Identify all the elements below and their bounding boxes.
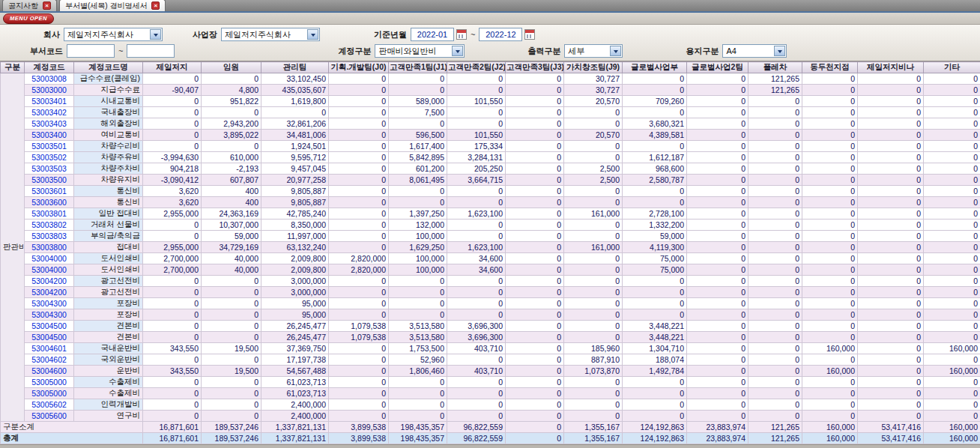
column-header: 플레차 — [748, 62, 802, 73]
amount-cell: 0 — [329, 186, 389, 197]
amount-cell: 9,595,712 — [261, 152, 329, 163]
account-type-select[interactable]: 판매비와일반비 — [375, 44, 465, 58]
filter-panel: 회사 제일저지주식회사 사업장 제일저지주식회사 기준년월 2022-01 ~ … — [0, 25, 980, 61]
table-row[interactable]: 53003800접대비2,955,00034,729,16963,132,240… — [1, 242, 980, 253]
table-row[interactable]: 53004200광고선전비003,000,00000000000000 — [1, 287, 980, 298]
amount-cell: 95,000 — [261, 309, 329, 321]
bottom-scrollbar[interactable] — [0, 444, 980, 448]
table-row[interactable]: 53004300포장비0095,00000000000000 — [1, 298, 980, 309]
dept-code-to-input[interactable] — [127, 44, 175, 58]
table-row[interactable]: 53004500견본비0026,245,4771,079,5383,513,58… — [1, 321, 980, 332]
calendar-icon[interactable] — [524, 29, 535, 40]
close-icon[interactable]: × — [151, 1, 160, 10]
account-name-cell: 거래처 선물비 — [74, 220, 143, 231]
amount-cell: 0 — [858, 343, 924, 354]
amount-cell: 0 — [858, 276, 924, 287]
amount-cell: 3,696,300 — [447, 321, 506, 332]
amount-cell: 1,612,187 — [623, 152, 687, 163]
amount-cell: 3,696,300 — [447, 332, 506, 343]
table-row[interactable]: 53003401시내교통비0951,8221,619,8000589,00010… — [1, 96, 980, 107]
amount-cell: 0 — [506, 411, 564, 422]
table-row[interactable]: 53005000수출제비0061,023,71300000000000 — [1, 377, 980, 388]
amount-cell: 205,250 — [447, 163, 506, 175]
calendar-icon[interactable] — [456, 29, 467, 40]
account-code-cell: 53003400 — [25, 130, 74, 141]
amount-cell: 0 — [389, 388, 447, 399]
table-row[interactable]: 53004200광고선전비003,000,00000000000000 — [1, 276, 980, 287]
table-row[interactable]: 53003400여비교통비03,895,02234,481,0060596,50… — [1, 130, 980, 141]
amount-cell: 0 — [687, 332, 748, 343]
amount-cell: 0 — [506, 377, 564, 388]
amount-cell: 61,023,713 — [261, 377, 329, 388]
table-row[interactable]: 53003801일반 접대비2,955,00024,363,16942,785,… — [1, 208, 980, 220]
amount-cell: 0 — [447, 399, 506, 411]
amount-cell: 121,265 — [748, 73, 802, 85]
output-type-select[interactable]: 세부 — [564, 44, 623, 58]
tab-notice[interactable]: 공지사항 × — [2, 0, 57, 11]
amount-cell: 9,805,887 — [261, 186, 329, 197]
table-row[interactable]: 53003803부의금/축의금059,00011,997,0000100,000… — [1, 231, 980, 242]
table-row[interactable]: 53004000도서인쇄비2,700,00040,0002,009,8002,8… — [1, 253, 980, 264]
amount-cell: 0 — [687, 343, 748, 354]
amount-cell: 0 — [329, 242, 389, 253]
site-select[interactable]: 제일저지주식회사 — [221, 28, 320, 41]
account-name-cell: 국외운반비 — [74, 354, 143, 366]
account-code-cell: 53003802 — [25, 220, 74, 231]
table-row[interactable]: 53003000지급수수료-90,4074,800435,035,6070000… — [1, 85, 980, 96]
tab-notice-label: 공지사항 — [8, 1, 38, 11]
table-row[interactable]: 53004600운반비343,55019,50054,567,48801,806… — [1, 366, 980, 377]
table-row[interactable]: 53003501차량수리비001,924,50101,617,400175,33… — [1, 141, 980, 152]
total-row[interactable]: 총계16,871,601189,537,2461,337,821,1313,89… — [1, 433, 980, 444]
amount-cell: 33,102,450 — [261, 73, 329, 85]
table-row[interactable]: 53004601국내운반비343,55019,50037,369,75001,7… — [1, 343, 980, 354]
table-row[interactable]: 53004500견본비0026,245,4771,079,5383,513,58… — [1, 332, 980, 343]
table-row[interactable]: 53003403해외출장비02,943,20032,861,206000003,… — [1, 118, 980, 130]
tab-expense-report[interactable]: 부서별(세목) 경비명세서 × — [59, 0, 166, 11]
account-code-cell: 53003501 — [25, 141, 74, 152]
amount-cell: 4,119,300 — [623, 242, 687, 253]
total-row-label: 총계 — [1, 433, 143, 444]
table-row[interactable]: 53004300포장비0095,00000000000000 — [1, 309, 980, 321]
account-code-cell: 53004601 — [25, 343, 74, 354]
table-row[interactable]: 53003502차량주유비-3,994,630610,0009,595,7120… — [1, 152, 980, 163]
close-icon[interactable]: × — [43, 1, 51, 10]
account-code-cell: 53003500 — [25, 175, 74, 186]
amount-cell: 0 — [687, 220, 748, 231]
amount-cell: 0 — [748, 287, 802, 298]
period-label: 기준년월 — [374, 29, 407, 40]
table-row[interactable]: 53003601통신비3,6204009,805,88700000000000 — [1, 186, 980, 197]
table-row[interactable]: 53003402국내출장비00007,500000000000 — [1, 107, 980, 118]
subtotal-row[interactable]: 구분소계16,871,601189,537,2461,337,821,1313,… — [1, 422, 980, 433]
table-row[interactable]: 53003500차량유지비-3,090,412607,80720,977,258… — [1, 175, 980, 186]
dept-code-from-input[interactable] — [67, 44, 115, 58]
company-select[interactable]: 제일저지주식회사 — [64, 28, 163, 41]
amount-cell: 0 — [858, 388, 924, 399]
period-from-input[interactable]: 2022-01 — [411, 28, 454, 41]
table-row[interactable]: 53004602국외운반비0017,197,738052,96000887,91… — [1, 354, 980, 366]
amount-cell: 0 — [858, 287, 924, 298]
amount-cell: 0 — [623, 107, 687, 118]
column-header: 고객만족2팀(J2) — [447, 62, 506, 73]
table-row[interactable]: 53003503차량주차비904,218-2,1939,457,0450601,… — [1, 163, 980, 175]
amount-cell: 0 — [564, 298, 623, 309]
paper-type-select[interactable]: A4 — [722, 44, 787, 58]
amount-cell: 16,871,601 — [143, 422, 202, 433]
amount-cell: 0 — [687, 118, 748, 130]
menu-open-button[interactable]: MENU OPEN — [3, 13, 54, 24]
amount-cell: 175,334 — [447, 141, 506, 152]
amount-cell: 0 — [329, 309, 389, 321]
amount-cell: 100,000 — [389, 231, 447, 242]
table-row[interactable]: 53004000도서인쇄비2,700,00040,0002,009,8002,8… — [1, 264, 980, 276]
period-to-input[interactable]: 2022-12 — [479, 28, 522, 41]
amount-cell: 0 — [687, 107, 748, 118]
amount-cell: 3,680,321 — [623, 118, 687, 130]
table-row[interactable]: 53005602인력개발비002,400,00000000000000 — [1, 399, 980, 411]
table-row[interactable]: 53003600통신비3,6204009,805,88700000000000 — [1, 197, 980, 208]
amount-cell: 0 — [858, 118, 924, 130]
table-row[interactable]: 53003802거래처 선물비010,307,0008,350,0000132,… — [1, 220, 980, 231]
table-row[interactable]: 판관비53003008급수수료(클레임)0033,102,450000030,7… — [1, 73, 980, 85]
table-row[interactable]: 53005000수출제비0061,023,71300000000000 — [1, 388, 980, 399]
amount-cell: 0 — [924, 197, 980, 208]
amount-cell: 0 — [748, 220, 802, 231]
table-row[interactable]: 53005600연구비002,400,00000000000000 — [1, 411, 980, 422]
